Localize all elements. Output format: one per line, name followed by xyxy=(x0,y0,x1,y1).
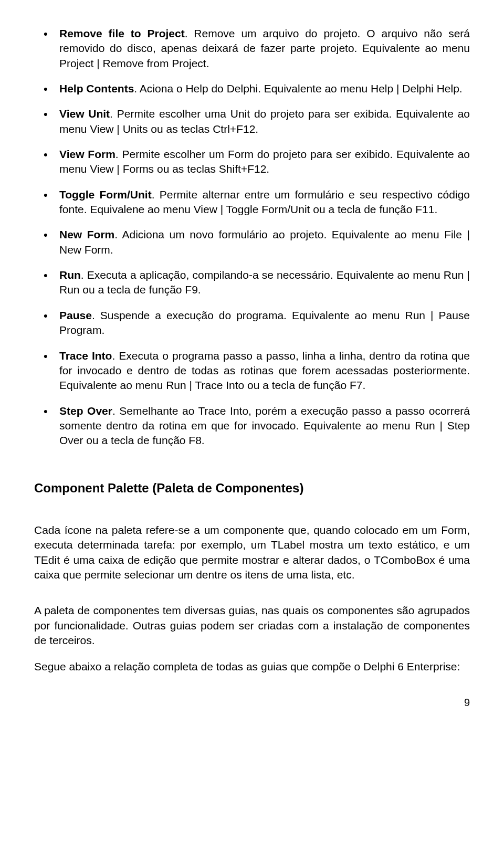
list-item: Trace Into. Executa o programa passo a p… xyxy=(34,349,470,393)
list-item: Help Contents. Aciona o Help do Delphi. … xyxy=(34,81,470,96)
item-text: . Permite escolher uma Unit do projeto p… xyxy=(59,108,470,134)
item-title: Step Over xyxy=(59,405,112,417)
bullet-list: Remove file to Project. Remove um arquiv… xyxy=(34,26,470,448)
list-item: Run. Executa a aplicação, compilando-a s… xyxy=(34,268,470,298)
item-title: Help Contents xyxy=(59,82,134,94)
paragraph: A paleta de componentes tem diversas gui… xyxy=(34,603,470,648)
item-title: Toggle Form/Unit xyxy=(59,188,152,201)
list-item: Step Over. Semelhante ao Trace Into, por… xyxy=(34,404,470,448)
item-title: View Form xyxy=(59,148,116,160)
item-text: . Suspende a execução do programa. Equiv… xyxy=(59,309,470,336)
item-title: Pause xyxy=(59,309,92,321)
item-title: Remove file to Project xyxy=(59,27,185,39)
page-number: 9 xyxy=(34,696,470,710)
item-text: . Executa o programa passo a passo, linh… xyxy=(59,350,470,392)
item-text: . Executa a aplicação, compilando-a se n… xyxy=(59,269,470,296)
item-title: New Form xyxy=(59,228,114,240)
item-text: . Adiciona um novo formulário ao projeto… xyxy=(59,228,470,255)
item-text: . Aciona o Help do Delphi. Equivalente a… xyxy=(134,82,462,94)
list-item: New Form. Adiciona um novo formulário ao… xyxy=(34,227,470,257)
item-title: View Unit xyxy=(59,108,110,120)
list-item: Toggle Form/Unit. Permite alternar entre… xyxy=(34,187,470,217)
item-title: Run xyxy=(59,269,81,281)
paragraph: Segue abaixo a relação completa de todas… xyxy=(34,659,470,674)
paragraph: Cada ícone na paleta refere-se a um comp… xyxy=(34,523,470,582)
list-item: Remove file to Project. Remove um arquiv… xyxy=(34,26,470,71)
item-text: . Semelhante ao Trace Into, porém a exec… xyxy=(59,405,470,447)
list-item: Pause. Suspende a execução do programa. … xyxy=(34,308,470,338)
section-heading: Component Palette (Paleta de Componentes… xyxy=(34,480,470,497)
item-title: Trace Into xyxy=(59,350,112,362)
item-text: . Permite escolher um Form do projeto pa… xyxy=(59,148,470,175)
list-item: View Unit. Permite escolher uma Unit do … xyxy=(34,107,470,136)
list-item: View Form. Permite escolher um Form do p… xyxy=(34,147,470,177)
